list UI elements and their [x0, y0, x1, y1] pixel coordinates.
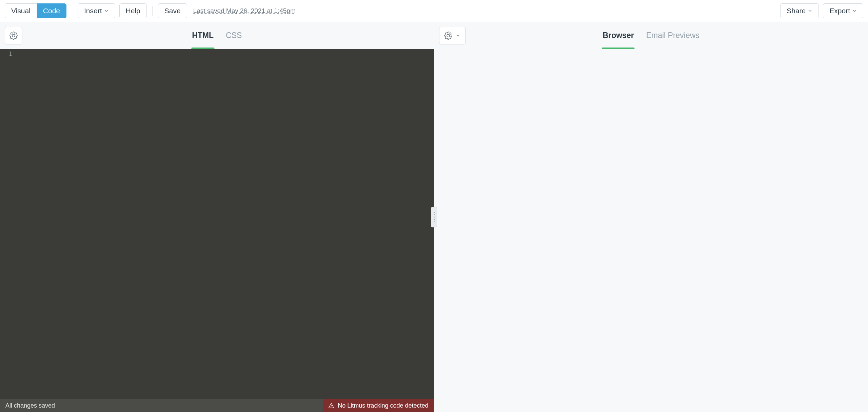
gear-icon [9, 32, 18, 40]
toolbar-divider [72, 6, 72, 16]
warning-icon [328, 402, 334, 409]
code-mode-button[interactable]: Code [37, 3, 66, 18]
help-button[interactable]: Help [119, 3, 147, 18]
chevron-down-icon [852, 8, 857, 13]
gear-icon [444, 32, 452, 40]
preview-panel: Browser Email Previews [434, 22, 868, 412]
main-toolbar: Visual Code Insert Help Save Last saved … [0, 0, 868, 22]
save-button[interactable]: Save [158, 3, 187, 18]
line-number: 1 [3, 51, 12, 57]
insert-label: Insert [84, 7, 102, 15]
line-gutter: 1 [0, 49, 16, 412]
editor-tabs: HTML CSS [191, 22, 242, 49]
preview-tabs: Browser Email Previews [602, 22, 700, 49]
share-button[interactable]: Share [780, 3, 819, 18]
editor-panel: HTML CSS 1 All changes saved No Litmus t… [0, 22, 434, 412]
chevron-down-icon [104, 8, 109, 13]
preview-sub-toolbar: Browser Email Previews [434, 22, 868, 49]
tab-email-previews[interactable]: Email Previews [646, 22, 700, 49]
toolbar-divider [152, 6, 153, 16]
split-container: HTML CSS 1 All changes saved No Litmus t… [0, 22, 868, 412]
share-label: Share [787, 7, 806, 15]
panel-resize-handle[interactable] [431, 207, 437, 227]
chevron-down-icon [456, 33, 460, 38]
tab-browser[interactable]: Browser [602, 22, 635, 49]
insert-button[interactable]: Insert [78, 3, 115, 18]
export-label: Export [829, 7, 850, 15]
last-saved-text: Last saved May 26, 2021 at 1:45pm [193, 7, 296, 15]
preview-area [434, 49, 868, 412]
tab-css[interactable]: CSS [225, 22, 242, 49]
tracking-warning: No Litmus tracking code detected [323, 399, 434, 412]
code-area[interactable] [16, 49, 434, 412]
editor-sub-toolbar: HTML CSS [0, 22, 434, 49]
visual-mode-button[interactable]: Visual [5, 3, 37, 18]
tab-html[interactable]: HTML [191, 22, 214, 49]
chevron-down-icon [808, 8, 812, 13]
tracking-warning-text: No Litmus tracking code detected [338, 402, 428, 409]
export-button[interactable]: Export [823, 3, 863, 18]
code-editor[interactable]: 1 All changes saved No Litmus tracking c… [0, 49, 434, 412]
editor-settings-button[interactable] [5, 27, 22, 44]
view-mode-toggle: Visual Code [5, 3, 66, 18]
preview-settings-button[interactable] [439, 27, 466, 44]
editor-footer: All changes saved No Litmus tracking cod… [0, 399, 434, 412]
save-status: All changes saved [0, 399, 323, 412]
